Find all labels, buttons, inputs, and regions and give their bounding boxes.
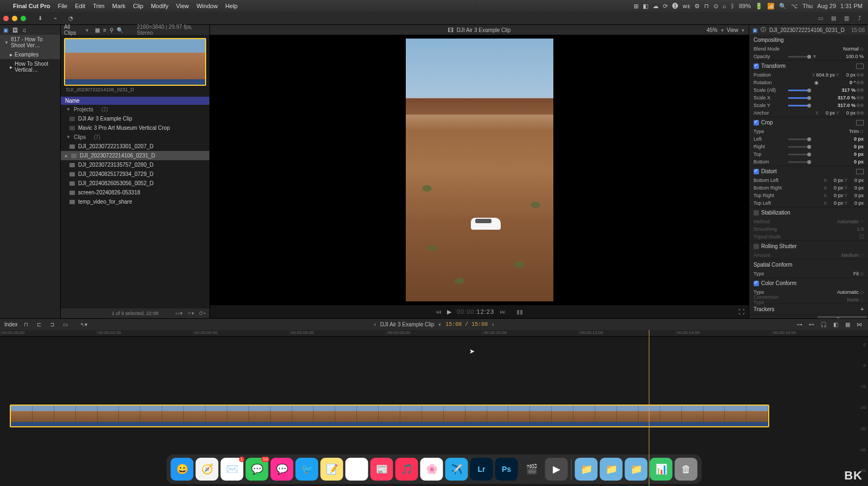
dock-app-numbers[interactable]: 📊 (650, 458, 673, 481)
browser-scope-dropdown[interactable]: All Clips (64, 24, 82, 36)
menu-view[interactable]: View (176, 3, 189, 9)
distort-tr-y[interactable]: 0 px (848, 193, 864, 198)
status-icon[interactable]: ⊙ (713, 3, 718, 10)
auto-enhance-icon[interactable]: ✧▾ (187, 311, 194, 316)
dock-app-safari[interactable]: 🧭 (196, 458, 219, 481)
tools-dropdown[interactable]: ↖▾ (79, 321, 88, 329)
timeline-prev-button[interactable]: ‹ (374, 321, 375, 327)
status-icon[interactable]: ◧ (643, 3, 648, 10)
dock-app-twitter[interactable]: 🐦 (296, 458, 318, 481)
append-clip-button[interactable]: ⊐ (48, 321, 56, 329)
scale-y-slider[interactable] (788, 105, 810, 106)
status-icon[interactable]: ᴡᴇ (682, 3, 690, 10)
status-icon[interactable]: ⊞ (634, 3, 639, 10)
transform-checkbox[interactable] (754, 64, 759, 69)
rotation-dial-icon[interactable]: ◉ (814, 80, 819, 85)
menu-help[interactable]: Help (225, 3, 238, 9)
skimming-button[interactable]: ⊷ (807, 321, 816, 329)
anchor-x[interactable]: 0 px (820, 110, 835, 116)
crop-right-value[interactable]: 0 px (854, 144, 864, 149)
wifi-icon[interactable]: 📶 (767, 3, 775, 10)
status-icon[interactable]: ☁︎ (653, 3, 659, 10)
transform-section[interactable]: Transform (749, 61, 868, 71)
clip-item[interactable]: temp_video_for_share (61, 197, 209, 206)
dock-app-messenger[interactable]: 💬 (271, 458, 293, 481)
dock-app-music[interactable]: 🎵 (395, 458, 418, 481)
crop-onscreen-icon[interactable] (856, 120, 864, 125)
distort-tl-y[interactable]: 0 px (848, 200, 864, 206)
library-folder[interactable]: ▸ How To Shoot Vertical… (0, 59, 60, 74)
timeline-next-button[interactable]: › (492, 321, 494, 327)
dock-app-finalcut[interactable]: 🎬 (520, 458, 543, 481)
retime-icon[interactable]: ⏱▾ (199, 311, 206, 316)
sc-type-value[interactable]: Fit (853, 271, 859, 276)
scale-all-value[interactable]: 317 % (841, 87, 856, 93)
list-view-icon[interactable]: ≡ (103, 27, 106, 33)
dock-app-notes[interactable]: 📝 (321, 458, 343, 481)
menu-edit[interactable]: Edit (75, 3, 85, 9)
menu-trim[interactable]: Trim (93, 3, 105, 9)
viewer-zoom[interactable]: 45% (706, 27, 717, 33)
menu-mark[interactable]: Mark (112, 3, 125, 9)
crop-bottom-slider[interactable] (788, 161, 810, 163)
next-edit-button[interactable]: ⏭ (500, 308, 506, 315)
clip-item[interactable]: DJI_20240825172934_0729_D (61, 169, 209, 179)
menu-window[interactable]: Window (196, 3, 218, 9)
crop-left-slider[interactable] (788, 138, 810, 140)
project-item[interactable]: Mavic 3 Pro Art Museum Vertical Crop (61, 123, 209, 132)
clips-group[interactable]: ▼Clips (7) (61, 132, 209, 142)
info-inspector-tab[interactable]: ⓘ (761, 26, 766, 34)
transitions-browser-button[interactable]: ⋈ (855, 321, 864, 329)
color-conform-checkbox[interactable] (754, 281, 759, 286)
import-button[interactable]: ⬇ (35, 14, 46, 23)
dock-app-folder3[interactable]: 📁 (625, 458, 648, 481)
viewer-view-menu[interactable]: View (727, 27, 739, 33)
distort-bl-y[interactable]: 0 px (848, 178, 864, 183)
crop-left-value[interactable]: 0 px (854, 136, 864, 142)
library-tab-icon[interactable]: ▣ (3, 27, 8, 33)
spatial-conform-section[interactable]: Spatial Conform (749, 260, 868, 270)
dock-app-messages[interactable]: 💬10 (246, 458, 269, 481)
clip-item[interactable]: DJI_20230723135757_0280_D (61, 160, 209, 169)
rolling-shutter-checkbox[interactable] (754, 244, 759, 249)
blend-mode-value[interactable]: Normal (843, 46, 859, 52)
fullscreen-button[interactable]: ⛶ (738, 308, 744, 315)
battery-icon[interactable]: 🔋 (755, 3, 763, 10)
clip-item[interactable]: DJI_20240826053056_0052_D (61, 179, 209, 188)
filmstrip-view-icon[interactable]: ▦ (95, 27, 100, 33)
prev-edit-button[interactable]: ⏮ (436, 308, 442, 315)
distort-onscreen-icon[interactable] (856, 169, 864, 174)
snap-button[interactable]: ⊶ (795, 321, 804, 329)
layout-timeline-button[interactable]: ▤ (828, 14, 839, 23)
scale-x-slider[interactable] (788, 97, 810, 99)
clip-appearance-icon[interactable]: ▭▾ (175, 311, 183, 316)
timeline-project-name[interactable]: DJI Air 3 Example Clip (380, 321, 434, 327)
dock-app-photos[interactable]: 🌸 (420, 458, 443, 481)
timeline-clip[interactable]: DJI_20230722214106_0231_D (10, 405, 769, 427)
library-event[interactable]: ▼817 - How To Shoot Ver… (0, 35, 60, 50)
play-button[interactable]: ▶ (447, 308, 451, 315)
dock-app-folder2[interactable]: 📁 (600, 458, 623, 481)
crop-bottom-value[interactable]: 0 px (854, 159, 864, 165)
crop-checkbox[interactable] (754, 120, 759, 125)
bluetooth-icon[interactable]: ᛒ (731, 3, 735, 9)
scale-all-slider[interactable] (788, 90, 810, 91)
clip-thumbnail[interactable] (64, 38, 206, 86)
insert-clip-button[interactable]: ⊏ (35, 321, 43, 329)
playhead[interactable] (649, 330, 649, 486)
dock-app-quicktime[interactable]: ▶︎ (545, 458, 568, 481)
menu-clip[interactable]: Clip (133, 3, 143, 9)
search-icon[interactable]: 🔍 (117, 27, 123, 33)
solo-button[interactable]: ◧ (831, 321, 840, 329)
transform-onscreen-icon[interactable] (856, 64, 864, 69)
search-icon[interactable]: 🔍 (779, 3, 787, 10)
stabilization-section[interactable]: Stabilization (749, 207, 868, 218)
overwrite-clip-button[interactable]: ▭ (61, 321, 69, 329)
dock-app-trash[interactable]: 🗑 (675, 458, 698, 481)
audio-meters-icon[interactable]: ▮▮ (516, 308, 523, 315)
dock-app-photoshop[interactable]: Ps (495, 458, 518, 481)
zoom-window-button[interactable] (21, 16, 26, 21)
distort-tl-x[interactable]: 0 px (828, 200, 843, 206)
crop-right-slider[interactable] (788, 146, 810, 148)
minimize-window-button[interactable] (12, 16, 17, 21)
